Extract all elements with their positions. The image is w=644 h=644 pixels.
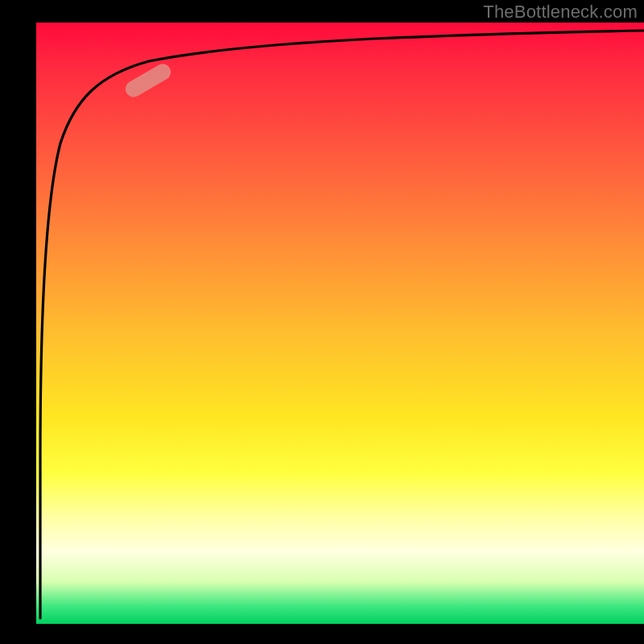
watermark-text: TheBottleneck.com xyxy=(483,2,638,23)
bottleneck-curve-svg xyxy=(36,23,644,624)
bottleneck-curve-path xyxy=(40,31,644,618)
